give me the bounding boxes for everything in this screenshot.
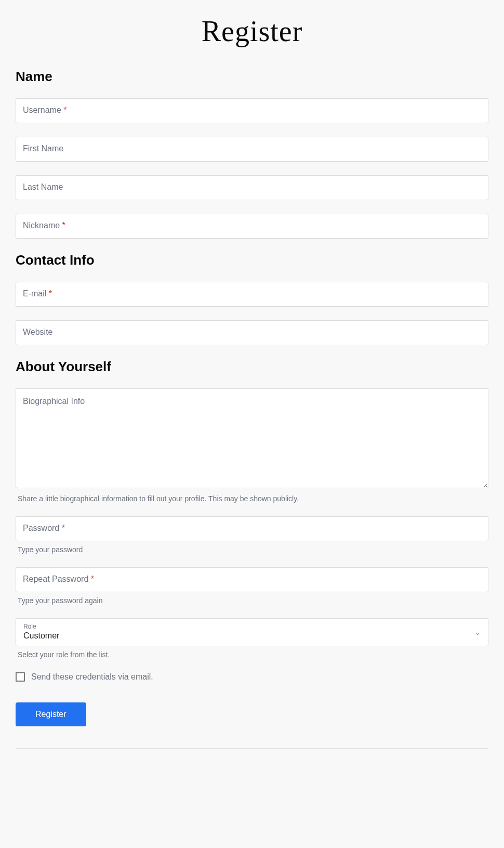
section-heading-name: Name [16,69,488,85]
nickname-input[interactable] [16,214,488,239]
repeat-password-input[interactable] [16,567,488,592]
role-select-value: Customer [23,631,59,640]
repeat-password-help: Type your password again [18,596,488,605]
bio-textarea[interactable] [16,388,488,488]
send-email-label: Send these credentials via email. [31,672,153,682]
send-email-checkbox[interactable] [16,672,25,682]
field-nickname: Nickname * [16,214,488,239]
field-send-email[interactable]: Send these credentials via email. [16,672,488,682]
first-name-input[interactable] [16,137,488,162]
field-first-name: First Name [16,137,488,162]
role-select-label: Role [23,623,481,630]
field-password: Password * Type your password [16,516,488,554]
last-name-input[interactable] [16,175,488,200]
chevron-down-icon: ⌄ [475,629,481,636]
page-title: Register [16,0,488,69]
role-select[interactable]: Role Customer ⌄ [16,618,488,646]
field-last-name: Last Name [16,175,488,200]
email-input[interactable] [16,282,488,307]
role-help: Select your role from the list. [18,650,488,659]
section-heading-about: About Yourself [16,359,488,375]
field-email: E-mail * [16,282,488,307]
divider [16,748,488,749]
field-bio: Biographical Info Share a little biograp… [16,388,488,503]
field-role: Role Customer ⌄ Select your role from th… [16,618,488,659]
register-button[interactable]: Register [16,702,86,726]
password-help: Type your password [18,545,488,554]
bio-help: Share a little biographical information … [18,494,488,503]
username-input[interactable] [16,98,488,123]
field-website: Website [16,320,488,345]
website-input[interactable] [16,320,488,345]
field-username: Username * [16,98,488,123]
field-repeat-password: Repeat Password * Type your password aga… [16,567,488,605]
section-heading-contact: Contact Info [16,252,488,268]
password-input[interactable] [16,516,488,541]
